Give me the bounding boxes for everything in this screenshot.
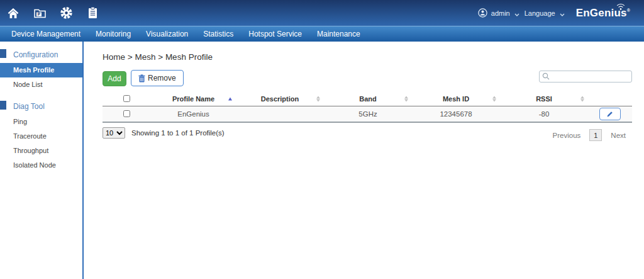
pagination: Previous 1 Next [553, 127, 626, 141]
sidebar-item-throughput[interactable]: Throughput [0, 144, 82, 158]
engenius-logo: EnGenius® [576, 7, 635, 20]
registered-mark: ® [627, 8, 630, 13]
cell-mesh-id: 12345678 [412, 110, 500, 118]
remove-button-label: Remove [148, 74, 176, 83]
row-checkbox[interactable] [123, 110, 130, 117]
remove-button[interactable]: Remove [131, 70, 184, 86]
nav-statistics[interactable]: Statistics [196, 30, 241, 38]
breadcrumb-separator: > [128, 52, 133, 62]
clipboard-icon[interactable] [86, 6, 99, 20]
page-size-select[interactable]: 10 [103, 127, 125, 139]
column-header-mesh-id[interactable]: Mesh ID [412, 92, 500, 106]
sort-both-icon [492, 96, 496, 102]
breadcrumb-mesh[interactable]: Mesh [135, 52, 155, 62]
cell-rssi: -80 [500, 110, 588, 118]
sidebar-section-configuration: Configuration [0, 48, 82, 63]
table-header-row: Profile Name Description Band Mesh ID RS… [103, 92, 632, 106]
nav-device-management[interactable]: Device Management [11, 30, 88, 38]
section-marker [0, 49, 6, 58]
main-nav: Device Management Monitoring Visualizati… [0, 26, 644, 42]
sidebar-item-node-list[interactable]: Node List [0, 77, 82, 92]
results-summary: Showing 1 to 1 of 1 Profile(s) [131, 129, 225, 137]
sidebar-section-diag-tool: Diag Tool [0, 100, 82, 115]
column-header-band[interactable]: Band [324, 92, 412, 106]
sort-both-icon [580, 96, 584, 102]
section-marker [0, 101, 6, 110]
home-icon[interactable] [6, 6, 20, 20]
trash-icon [138, 74, 145, 83]
floorplan-folder-icon[interactable]: P [33, 6, 47, 20]
svg-text:P: P [37, 12, 40, 16]
nav-visualization[interactable]: Visualization [138, 30, 196, 38]
user-account-icon [478, 8, 487, 18]
breadcrumb-separator: > [158, 52, 163, 62]
nav-maintenance[interactable]: Maintenance [309, 30, 368, 38]
user-menu[interactable]: admin [491, 9, 510, 17]
breadcrumb-mesh-profile[interactable]: Mesh Profile [165, 52, 213, 62]
search-icon [542, 72, 550, 80]
add-button[interactable]: Add [103, 71, 126, 86]
table-row: EnGenius 5GHz 12345678 -80 [103, 106, 632, 123]
cell-profile-name: EnGenius [151, 110, 236, 118]
sidebar-item-mesh-profile[interactable]: Mesh Profile [0, 63, 82, 77]
column-header-description[interactable]: Description [236, 92, 324, 106]
sort-asc-icon [228, 98, 232, 101]
language-menu[interactable]: Language [525, 9, 555, 17]
chevron-down-icon [514, 10, 519, 18]
select-all-checkbox[interactable] [123, 95, 130, 102]
edit-button[interactable] [599, 108, 621, 120]
sort-both-icon [404, 96, 408, 102]
sort-both-icon [316, 96, 320, 102]
sidebar-item-isolated-node[interactable]: Isolated Node [0, 158, 82, 173]
settings-gear-icon[interactable] [59, 6, 73, 20]
cell-band: 5GHz [324, 110, 412, 118]
main-panel: Home > Mesh > Mesh Profile Add [84, 42, 644, 279]
breadcrumb-home[interactable]: Home [103, 52, 125, 62]
page-number-button[interactable]: 1 [589, 129, 602, 141]
previous-page-button[interactable]: Previous [553, 132, 581, 139]
breadcrumb: Home > Mesh > Mesh Profile [103, 52, 644, 62]
topbar: P admi [0, 0, 644, 26]
nav-monitoring[interactable]: Monitoring [88, 30, 138, 38]
column-header-profile-name[interactable]: Profile Name [151, 92, 236, 106]
sidebar-item-traceroute[interactable]: Traceroute [0, 129, 82, 144]
pencil-icon [606, 110, 614, 118]
sidebar-item-ping[interactable]: Ping [0, 115, 82, 129]
nav-hotspot-service[interactable]: Hotspot Service [241, 30, 309, 38]
chevron-down-icon [560, 10, 565, 18]
column-header-rssi[interactable]: RSSI [500, 92, 588, 106]
next-page-button[interactable]: Next [611, 132, 626, 139]
search-input[interactable] [539, 71, 632, 83]
profiles-table: Profile Name Description Band Mesh ID RS… [103, 92, 632, 123]
wifi-arcs-icon [614, 3, 627, 10]
sidebar: Configuration Mesh Profile Node List Dia… [0, 42, 84, 279]
